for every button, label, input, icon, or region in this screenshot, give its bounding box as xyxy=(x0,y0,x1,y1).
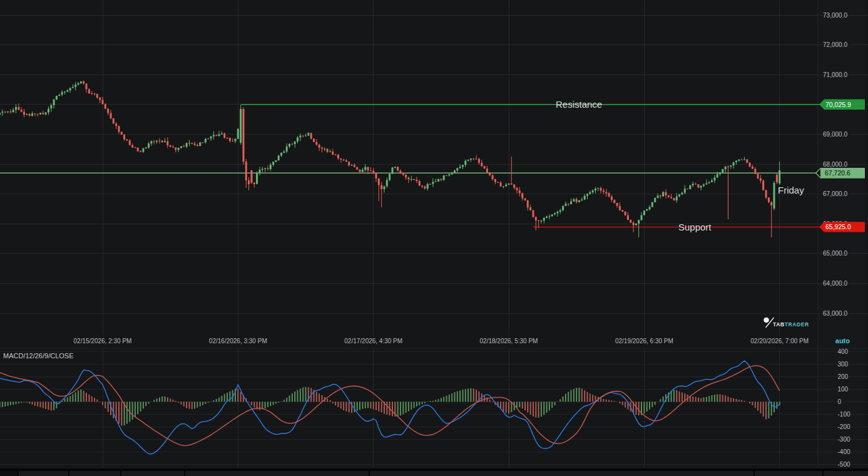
svg-text:0: 0 xyxy=(838,398,842,405)
svg-text:Resistance: Resistance xyxy=(556,99,602,110)
svg-text:02/17/2026, 4:30 PM: 02/17/2026, 4:30 PM xyxy=(344,338,402,344)
svg-text:-100: -100 xyxy=(838,411,850,418)
svg-text:64,000.0: 64,000.0 xyxy=(823,280,847,287)
svg-text:-200: -200 xyxy=(838,423,850,430)
svg-text:63,000.0: 63,000.0 xyxy=(823,310,847,317)
svg-text:71,000.0: 71,000.0 xyxy=(823,71,847,78)
svg-text:68,000.0: 68,000.0 xyxy=(823,161,847,168)
svg-text:200: 200 xyxy=(838,373,849,380)
svg-text:02/18/2026, 5:30 PM: 02/18/2026, 5:30 PM xyxy=(480,338,538,344)
svg-text:69,000.0: 69,000.0 xyxy=(823,131,847,138)
svg-text:Support: Support xyxy=(678,222,712,232)
svg-text:-400: -400 xyxy=(838,448,850,455)
svg-text:65,000.0: 65,000.0 xyxy=(823,250,847,257)
svg-text:100: 100 xyxy=(838,386,849,393)
svg-text:65,925.0: 65,925.0 xyxy=(825,223,851,230)
svg-text:70,025.9: 70,025.9 xyxy=(825,101,851,108)
svg-text:67,000.0: 67,000.0 xyxy=(823,190,847,197)
svg-text:02/19/2026, 6:30 PM: 02/19/2026, 6:30 PM xyxy=(615,338,673,344)
svg-text:Friday: Friday xyxy=(778,185,804,195)
svg-text:73,000.0: 73,000.0 xyxy=(823,12,847,19)
svg-text:MACD/12/26/9/CLOSE: MACD/12/26/9/CLOSE xyxy=(3,352,74,360)
svg-text:300: 300 xyxy=(838,361,849,368)
svg-text:400: 400 xyxy=(838,348,849,355)
svg-text:02/15/2026, 2:30 PM: 02/15/2026, 2:30 PM xyxy=(74,338,132,344)
svg-text:-500: -500 xyxy=(838,461,850,468)
svg-text:-300: -300 xyxy=(838,436,850,443)
svg-text:72,000.0: 72,000.0 xyxy=(823,41,847,48)
svg-text:TABTRADER: TABTRADER xyxy=(773,321,809,328)
svg-text:67,720.6: 67,720.6 xyxy=(825,169,850,177)
svg-text:auto: auto xyxy=(835,337,850,344)
svg-text:02/20/2026, 7:00 PM: 02/20/2026, 7:00 PM xyxy=(750,338,809,344)
svg-text:02/16/2026, 3:30 PM: 02/16/2026, 3:30 PM xyxy=(209,338,267,344)
